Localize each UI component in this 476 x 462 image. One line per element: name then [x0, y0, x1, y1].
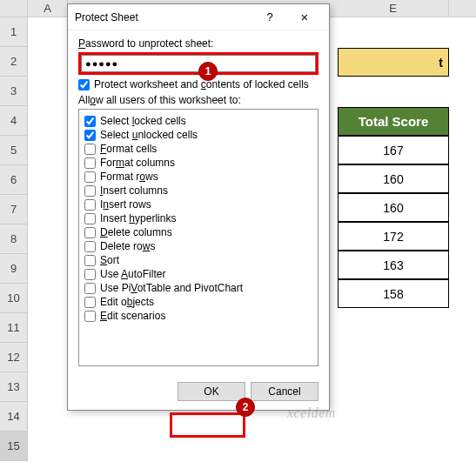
row-header[interactable]: 8 — [0, 224, 28, 254]
row-header[interactable]: 14 — [0, 402, 28, 432]
row-header[interactable]: 12 — [0, 343, 28, 372]
permission-label: Delete columns — [100, 226, 172, 238]
protect-contents-row[interactable]: Protect worksheet and contents of locked… — [78, 78, 318, 90]
permission-row[interactable]: Format columns — [84, 157, 312, 169]
data-cell[interactable]: 160 — [338, 193, 449, 222]
callout-2: 2 — [236, 398, 255, 417]
permission-row[interactable]: Delete rows — [84, 240, 312, 252]
dialog-buttons: OK Cancel — [68, 375, 329, 410]
row-header[interactable]: 1 — [0, 17, 28, 47]
row-header[interactable]: 2 — [0, 47, 28, 77]
permission-checkbox[interactable] — [84, 116, 96, 127]
permission-label: Edit objects — [100, 296, 154, 308]
permission-checkbox[interactable] — [84, 171, 96, 183]
permission-row[interactable]: Insert hyperlinks — [84, 212, 312, 224]
col-header-a[interactable]: A — [28, 0, 68, 17]
permission-label: Insert rows — [100, 198, 151, 211]
permission-label: Use PiVotTable and PivotChart — [100, 282, 243, 294]
permission-label: Select locked cells — [100, 115, 186, 127]
data-cell[interactable]: 172 — [338, 222, 449, 251]
permission-checkbox[interactable] — [84, 213, 96, 224]
permission-row[interactable]: Use PiVotTable and PivotChart — [84, 282, 312, 294]
permission-checkbox[interactable] — [84, 199, 96, 211]
permission-row[interactable]: Format rows — [84, 171, 312, 183]
permission-label: Sort — [100, 254, 119, 266]
data-cell[interactable]: 167 — [338, 136, 449, 164]
permission-label: Use AutoFilter — [100, 268, 165, 280]
permission-checkbox[interactable] — [84, 255, 96, 266]
row-header[interactable]: 10 — [0, 284, 28, 313]
header-total-score[interactable]: Total Score — [338, 107, 449, 136]
allow-users-label: Allow all users of this worksheet to: — [78, 94, 318, 106]
cancel-button[interactable]: Cancel — [251, 382, 318, 401]
row-header[interactable]: 4 — [0, 106, 28, 136]
col-header-e[interactable]: E — [338, 0, 449, 17]
permission-checkbox[interactable] — [84, 227, 96, 238]
permission-checkbox[interactable] — [84, 157, 96, 169]
permission-label: Format rows — [100, 171, 158, 183]
permission-label: Insert columns — [100, 184, 168, 197]
permission-checkbox[interactable] — [84, 311, 96, 322]
permission-label: Edit scenarios — [100, 310, 165, 322]
title-cell[interactable]: t — [338, 48, 449, 77]
permission-row[interactable]: Edit objects — [84, 296, 312, 308]
row-header[interactable]: 7 — [0, 195, 28, 224]
permission-row[interactable]: Insert rows — [84, 198, 312, 211]
row-header[interactable]: 5 — [0, 136, 28, 165]
permission-label: Format cells — [100, 143, 157, 155]
permission-checkbox[interactable] — [84, 241, 96, 252]
select-all-corner[interactable] — [0, 0, 28, 17]
row-headers: 1 2 3 4 5 6 7 8 9 10 11 12 13 14 15 — [0, 17, 28, 461]
password-label: Password to unprotect sheet: — [78, 37, 318, 50]
permission-label: Format columns — [100, 157, 175, 169]
dialog-title: Protect Sheet — [75, 11, 252, 23]
row-header[interactable]: 9 — [0, 254, 28, 284]
permission-row[interactable]: Insert columns — [84, 184, 312, 197]
protect-contents-checkbox[interactable] — [78, 79, 90, 90]
permission-row[interactable]: Select unlocked cells — [84, 129, 312, 141]
permission-label: Insert hyperlinks — [100, 212, 176, 224]
watermark: xceldem — [287, 405, 336, 421]
permission-row[interactable]: Format cells — [84, 143, 312, 155]
data-cell[interactable]: 160 — [338, 164, 449, 193]
permission-checkbox[interactable] — [84, 297, 96, 308]
help-button[interactable]: ? — [252, 6, 287, 29]
permission-checkbox[interactable] — [84, 130, 96, 141]
callout-1: 1 — [198, 62, 218, 81]
dialog-body: Password to unprotect sheet: Protect wor… — [68, 30, 329, 375]
permission-row[interactable]: Edit scenarios — [84, 310, 312, 322]
permission-row[interactable]: Select locked cells — [84, 115, 312, 127]
permission-checkbox[interactable] — [84, 144, 96, 155]
permission-label: Select unlocked cells — [100, 129, 198, 141]
permission-row[interactable]: Delete columns — [84, 226, 312, 238]
row-header[interactable]: 11 — [0, 313, 28, 343]
permission-checkbox[interactable] — [84, 269, 96, 280]
ok-button[interactable]: OK — [178, 382, 245, 401]
data-cell[interactable]: 158 — [338, 279, 449, 308]
data-cell[interactable]: 163 — [338, 251, 449, 279]
permissions-list[interactable]: Select locked cellsSelect unlocked cells… — [78, 109, 318, 366]
row-header[interactable]: 13 — [0, 372, 28, 402]
permission-label: Delete rows — [100, 240, 155, 252]
permission-checkbox[interactable] — [84, 283, 96, 294]
permission-checkbox[interactable] — [84, 185, 96, 197]
dialog-titlebar[interactable]: Protect Sheet ? × — [68, 4, 329, 30]
permission-row[interactable]: Sort — [84, 254, 312, 266]
permission-row[interactable]: Use AutoFilter — [84, 268, 312, 280]
row-header[interactable]: 6 — [0, 165, 28, 195]
row-header[interactable]: 3 — [0, 77, 28, 106]
protect-sheet-dialog: Protect Sheet ? × Password to unprotect … — [67, 3, 330, 411]
close-button[interactable]: × — [287, 6, 322, 29]
protect-contents-label: Protect worksheet and contents of locked… — [94, 78, 309, 90]
row-header[interactable]: 15 — [0, 432, 28, 461]
